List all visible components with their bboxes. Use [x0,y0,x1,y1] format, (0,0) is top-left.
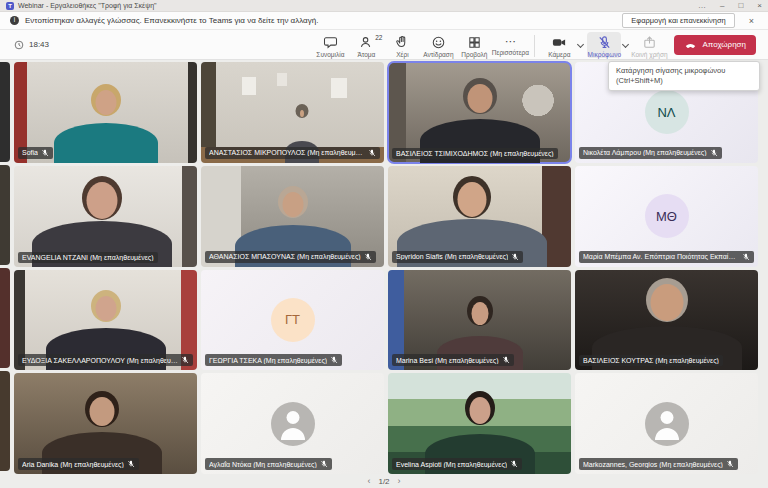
unmute-tooltip: Κατάργηση σίγασης μικροφώνου (Ctrl+Shift… [608,61,760,91]
participant-name-pill: EVANGELIA NTZANI (Μη επαληθευμένες) [18,252,158,263]
participant-name: ΒΑΣΙΛΕΙΟΣ ΤΣΙΜΙΧΟΔΗΜΟΣ (Μη επαληθευμένες… [396,150,554,157]
avatar-tile-ntoka[interactable]: Αγλαΐα Ντόκα (Μη επαληθευμένες) [201,373,384,474]
clock-icon [14,40,24,50]
avatar: ΝΛ [645,90,689,134]
camera-icon [551,35,567,50]
participant-name-pill: Μαρία Μπέμπα Αν. Επόπτρια Ποιότητας Εκπα… [579,251,754,263]
participant-name-pill: ΑΝΑΣΤΑΣΙΟΣ ΜΙΚΡΟΠΟΥΛΟΣ (Μη επαληθευμένες… [205,147,380,159]
more-label: Περισσότερα [492,49,529,56]
apply-and-restart-button[interactable]: Εφαρμογή και επανεκκίνηση [622,13,734,28]
page-indicator: 1/2 [378,477,389,486]
avatar-placeholder-icon [645,402,689,446]
video-tile-tsimichodimos-active-speaker[interactable]: ΒΑΣΙΛΕΙΟΣ ΤΣΙΜΙΧΟΔΗΜΟΣ (Μη επαληθευμένες… [388,62,571,163]
chat-button[interactable]: Συνομιλία [313,32,347,58]
participant-name: Evelina Aspioti (Μη επαληθευμένες) [396,461,507,468]
video-gallery: Sofia ΑΝΑΣΤΑΣΙΟΣ ΜΙΚΡΟΠΟΥΛΟΣ (Μη επαληθε… [0,60,768,474]
participant-name-pill: Markozannes, Georgios (Μη επαληθευμένες) [579,458,738,470]
react-label: Αντίδραση [423,51,453,58]
view-grid-icon [467,35,482,50]
participant-name: Αγλαΐα Ντόκα (Μη επαληθευμένες) [209,461,317,468]
share-icon [642,35,657,50]
page-next-icon[interactable]: › [398,476,401,486]
meeting-timer: 18:43 [14,40,49,50]
leave-button[interactable]: Αποχώρηση [674,35,756,55]
raise-hand-button[interactable]: Χέρι [385,32,419,58]
mic-muted-icon [368,149,376,157]
avatar-initials: ΓΤ [285,312,300,327]
notification-bar: i Εντοπίστηκαν αλλαγές γλώσσας. Επανεκκι… [0,12,768,30]
people-icon [359,35,374,50]
mic-chevron-down-icon[interactable] [622,40,629,47]
participant-name-pill: Νικολέτα Λάμπρου (Μη επαληθευμένες) [579,147,722,159]
page-prev-icon[interactable]: ‹ [367,476,370,486]
video-tile-aspioti[interactable]: Evelina Aspioti (Μη επαληθευμένες) [388,373,571,474]
close-button[interactable]: × [757,2,762,10]
camera-chevron-down-icon[interactable] [577,40,584,47]
view-button[interactable]: Προβολή [457,32,491,58]
camera-label: Κάμερα [548,51,570,58]
mic-muted-icon [364,253,372,261]
participant-name-pill: ΓΕΩΡΓΙΑ ΤΣΕΚΑ (Μη επαληθευμένες) [205,354,342,366]
participant-name-pill: Sofia [18,147,53,159]
video-tile-siafis[interactable]: Spyridon Siafis (Μη επαληθευμένες) [388,166,571,267]
video-tile-koutras[interactable]: ΒΑΣΙΛΕΙΟΣ ΚΟΥΤΡΑΣ (Μη επαληθευμένες) [575,270,758,371]
video-tile-ntzani[interactable]: EVANGELIA NTZANI (Μη επαληθευμένες) [14,166,197,267]
mic-label: Μικρόφωνο [588,51,622,58]
participant-name-pill: ΑΘΑΝΑΣΙΟΣ ΜΠΑΣΟΥΝΑΣ (Μη επαληθευμένες) [205,251,376,263]
mic-muted-icon [726,460,734,468]
participant-name-pill: ΒΑΣΙΛΕΙΟΣ ΤΣΙΜΙΧΟΔΗΜΟΣ (Μη επαληθευμένες… [392,148,558,159]
avatar-initials: ΝΛ [657,105,675,120]
video-tile-mpasounas[interactable]: ΑΘΑΝΑΣΙΟΣ ΜΠΑΣΟΥΝΑΣ (Μη επαληθευμένες) [201,166,384,267]
avatar-tile-mpempa[interactable]: ΜΘ Μαρία Μπέμπα Αν. Επόπτρια Ποιότητας Ε… [575,166,758,267]
teams-webinar-window: T Webinar - Εργαλειοθήκες "Τροφή για Σκέ… [0,0,768,488]
mic-muted-icon [710,149,718,157]
react-button[interactable]: Αντίδραση [421,32,455,58]
avatar-placeholder-icon [271,402,315,446]
avatar-tile-tseka[interactable]: ΓΤ ΓΕΩΡΓΙΑ ΤΣΕΚΑ (Μη επαληθευμένες) [201,270,384,371]
meeting-time: 18:43 [29,40,49,49]
toolbar-divider [534,35,535,57]
participant-name-pill: ΒΑΣΙΛΕΙΟΣ ΚΟΥΤΡΑΣ (Μη επαληθευμένες) [579,355,723,366]
participant-name: Sofia [22,149,38,156]
participant-name: Νικολέτα Λάμπρου (Μη επαληθευμένες) [583,149,707,156]
window-controls: … – □ × [698,2,762,10]
video-tile-mikropoulos[interactable]: ΑΝΑΣΤΑΣΙΟΣ ΜΙΚΡΟΠΟΥΛΟΣ (Μη επαληθευμένες… [201,62,384,163]
video-tile-danika[interactable]: Aria Danika (Μη επαληθευμένες) [14,373,197,474]
notification-close-icon[interactable]: × [741,16,758,26]
share-label: Κοινή χρήση [631,51,667,58]
chat-label: Συνομιλία [316,51,344,58]
mic-muted-icon [181,356,189,364]
mic-muted-icon [320,460,328,468]
more-button[interactable]: ⋯ Περισσότερα [493,32,527,56]
more-ellipsis-icon: ⋯ [505,35,516,48]
titlebar: T Webinar - Εργαλειοθήκες "Τροφή για Σκέ… [0,0,768,12]
participant-name-pill: Marina Besi (Μη επαληθευμένες) [392,354,514,366]
people-label: Άτομα [357,51,375,58]
notification-text: Εντοπίστηκαν αλλαγές γλώσσας. Επανεκκινή… [25,16,318,25]
offscreen-tile-sliver [0,371,10,471]
info-icon: i [10,16,19,25]
people-button[interactable]: 22 Άτομα [349,32,383,58]
camera-button[interactable]: Κάμερα [542,32,576,58]
chat-icon [323,35,338,50]
video-tile-sofia[interactable]: Sofia [14,62,197,163]
participant-name: Spyridon Siafis (Μη επαληθευμένες) [396,253,508,260]
mic-muted-icon [127,460,135,468]
mic-button[interactable]: Μικρόφωνο [587,32,621,58]
participant-name-pill: Αγλαΐα Ντόκα (Μη επαληθευμένες) [205,458,332,470]
hand-icon [395,35,410,50]
video-tile-sakellaropoulou[interactable]: ΕΥΔΟΞΙΑ ΣΑΚΕΛΛΑΡΟΠΟΥΛΟΥ (Μη επαληθευμένε… [14,270,197,371]
video-tile-besi[interactable]: Marina Besi (Μη επαληθευμένες) [388,270,571,371]
offscreen-tile-sliver [0,165,10,265]
participant-name: ΕΥΔΟΞΙΑ ΣΑΚΕΛΛΑΡΟΠΟΥΛΟΥ (Μη επαληθευμένε… [22,357,178,364]
toolbar-buttons: Συνομιλία 22 Άτομα Χέρι [313,32,760,58]
participant-name: ΑΘΑΝΑΣΙΟΣ ΜΠΑΣΟΥΝΑΣ (Μη επαληθευμένες) [209,253,361,260]
minimize-button[interactable]: – [720,2,724,10]
window-more-button[interactable]: … [698,2,706,10]
gallery-pagination: ‹ 1/2 › [0,474,768,488]
avatar-tile-markozannes[interactable]: Markozannes, Georgios (Μη επαληθευμένες) [575,373,758,474]
maximize-button[interactable]: □ [738,2,743,10]
participant-name: Μαρία Μπέμπα Αν. Επόπτρια Ποιότητας Εκπα… [583,253,739,260]
mic-muted-icon [742,253,750,261]
tooltip-line2: (Ctrl+Shift+M) [616,76,752,86]
